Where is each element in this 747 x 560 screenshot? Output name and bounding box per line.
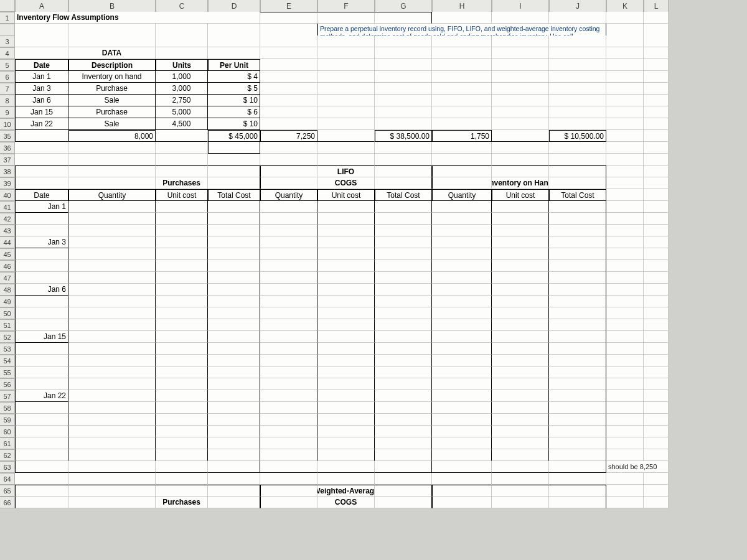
cell[interactable] bbox=[260, 272, 317, 284]
cell[interactable] bbox=[375, 366, 432, 378]
row-header-5[interactable]: 5 bbox=[0, 59, 15, 71]
cell[interactable] bbox=[260, 154, 317, 166]
sec-purchases[interactable]: Purchases bbox=[156, 177, 208, 189]
cell[interactable] bbox=[208, 485, 260, 497]
cell[interactable] bbox=[208, 296, 260, 307]
cell[interactable] bbox=[260, 414, 317, 426]
cell[interactable] bbox=[549, 497, 606, 508]
cell[interactable] bbox=[606, 213, 644, 225]
row-header-49[interactable]: 49 bbox=[0, 296, 15, 307]
cell[interactable] bbox=[606, 201, 644, 213]
cell[interactable] bbox=[15, 307, 68, 319]
cell[interactable] bbox=[432, 402, 492, 414]
cell[interactable] bbox=[549, 355, 606, 366]
row-header-41[interactable]: 41 bbox=[0, 201, 15, 213]
col-tc-p[interactable]: Total Cost bbox=[208, 189, 260, 201]
row-header-8[interactable]: 8 bbox=[0, 95, 15, 106]
total-g[interactable]: $ 38,500.00 bbox=[375, 130, 432, 142]
cell[interactable] bbox=[15, 402, 68, 414]
cell[interactable] bbox=[375, 59, 432, 71]
cell[interactable] bbox=[549, 35, 606, 47]
cell[interactable] bbox=[208, 225, 260, 236]
cell[interactable] bbox=[15, 225, 68, 236]
cell[interactable] bbox=[208, 461, 260, 473]
cell[interactable] bbox=[606, 118, 644, 130]
data-desc[interactable]: Inventory on hand bbox=[68, 71, 156, 83]
cell[interactable] bbox=[375, 331, 432, 343]
cell[interactable] bbox=[492, 402, 549, 414]
cell[interactable] bbox=[260, 284, 317, 296]
cell[interactable] bbox=[644, 260, 669, 272]
cell[interactable] bbox=[68, 319, 156, 331]
cell[interactable] bbox=[492, 118, 549, 130]
cell[interactable] bbox=[68, 331, 156, 343]
row-header-57[interactable]: 57 bbox=[0, 390, 15, 402]
cell[interactable] bbox=[549, 59, 606, 71]
cell[interactable] bbox=[15, 355, 68, 366]
cell[interactable] bbox=[260, 59, 317, 71]
cell[interactable] bbox=[317, 260, 375, 272]
cell[interactable] bbox=[208, 414, 260, 426]
cell[interactable] bbox=[375, 390, 432, 402]
cell[interactable] bbox=[260, 225, 317, 236]
cell[interactable] bbox=[606, 248, 644, 260]
row-header-1[interactable]: 1 bbox=[0, 12, 15, 24]
cell[interactable] bbox=[68, 236, 156, 248]
cell[interactable] bbox=[208, 366, 260, 378]
row-header-61[interactable]: 61 bbox=[0, 437, 15, 449]
cell[interactable] bbox=[375, 414, 432, 426]
cell[interactable] bbox=[15, 449, 68, 461]
row-header-64[interactable]: 64 bbox=[0, 473, 15, 485]
cell[interactable] bbox=[15, 272, 68, 284]
cell[interactable] bbox=[492, 201, 549, 213]
cell[interactable] bbox=[68, 449, 156, 461]
cell[interactable] bbox=[606, 59, 644, 71]
total-h[interactable]: 1,750 bbox=[432, 130, 492, 142]
cell[interactable] bbox=[549, 390, 606, 402]
cell[interactable] bbox=[606, 296, 644, 307]
hdr-date[interactable]: Date bbox=[15, 59, 68, 71]
cell[interactable] bbox=[492, 343, 549, 355]
cell[interactable] bbox=[492, 236, 549, 248]
row-header-43[interactable]: 43 bbox=[0, 225, 15, 236]
cell[interactable] bbox=[549, 142, 606, 154]
cell[interactable] bbox=[492, 390, 549, 402]
cell[interactable] bbox=[375, 378, 432, 390]
cell[interactable] bbox=[317, 47, 375, 59]
cell[interactable] bbox=[317, 437, 375, 449]
cell[interactable] bbox=[208, 272, 260, 284]
row-header-3[interactable]: 3 bbox=[0, 35, 15, 47]
cell[interactable] bbox=[68, 402, 156, 414]
wa-label[interactable]: Weighted-Average bbox=[317, 485, 375, 497]
cell[interactable] bbox=[606, 437, 644, 449]
cell[interactable] bbox=[606, 225, 644, 236]
cell[interactable] bbox=[492, 272, 549, 284]
cell[interactable] bbox=[644, 59, 669, 71]
cell[interactable] bbox=[260, 390, 317, 402]
data-units[interactable]: 5,000 bbox=[156, 106, 208, 118]
cell[interactable] bbox=[549, 331, 606, 343]
cell[interactable] bbox=[375, 83, 432, 95]
cell[interactable] bbox=[492, 426, 549, 437]
cell[interactable] bbox=[260, 83, 317, 95]
cell[interactable] bbox=[492, 106, 549, 118]
cell[interactable] bbox=[15, 47, 68, 59]
cell[interactable] bbox=[208, 378, 260, 390]
row-header-66[interactable]: 66 bbox=[0, 497, 15, 508]
cell[interactable] bbox=[15, 485, 68, 497]
cell[interactable] bbox=[68, 366, 156, 378]
cell[interactable] bbox=[644, 390, 669, 402]
col-qty-i[interactable]: Quantity bbox=[432, 189, 492, 201]
cell[interactable] bbox=[606, 106, 644, 118]
cell[interactable] bbox=[549, 213, 606, 225]
cell[interactable] bbox=[492, 95, 549, 106]
cell[interactable] bbox=[208, 402, 260, 414]
cell[interactable] bbox=[606, 12, 644, 24]
col-qty-c[interactable]: Quantity bbox=[260, 189, 317, 201]
cell[interactable] bbox=[156, 437, 208, 449]
cell[interactable] bbox=[317, 343, 375, 355]
cell[interactable] bbox=[492, 213, 549, 225]
row-header-38[interactable]: 38 bbox=[0, 166, 15, 177]
cell[interactable] bbox=[208, 154, 260, 166]
cell[interactable] bbox=[156, 319, 208, 331]
